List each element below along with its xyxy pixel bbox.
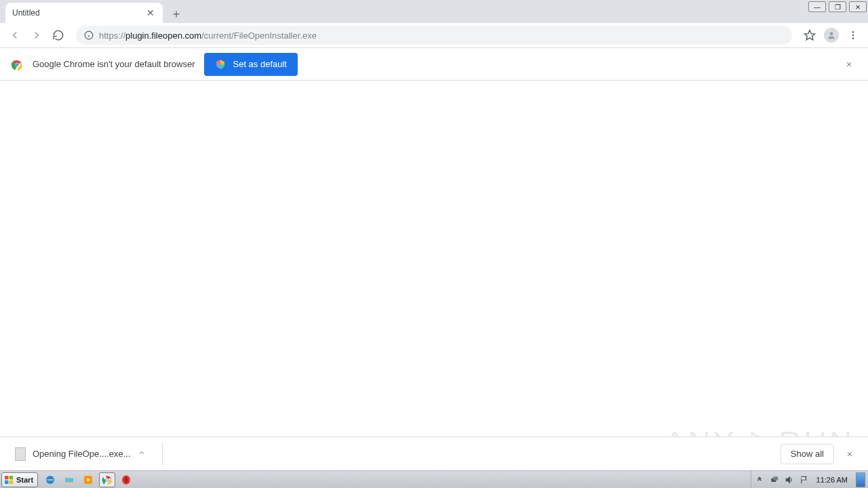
taskbar-chrome[interactable]: [99, 472, 115, 487]
chrome-logo-icon: [11, 58, 23, 70]
show-desktop-button[interactable]: [856, 472, 865, 487]
url-text: https://plugin.fileopen.com/current/File…: [99, 30, 317, 41]
svg-point-5: [852, 31, 854, 33]
window-controls: — ❐ ✕: [808, 1, 867, 12]
download-item[interactable]: Opening FileOpe....exe...: [8, 442, 163, 466]
url-path: /current/FileOpenInstaller.exe: [201, 30, 317, 41]
chevron-up-icon[interactable]: [138, 449, 146, 459]
page-content: [0, 81, 868, 436]
download-filename: Opening FileOpe....exe...: [33, 449, 131, 459]
svg-point-4: [830, 32, 833, 35]
browser-tab[interactable]: Untitled ✕: [5, 3, 163, 23]
tab-title: Untitled: [12, 8, 145, 18]
taskbar-clock[interactable]: 11:26 AM: [814, 476, 850, 484]
tab-strip: Untitled ✕ ＋ — ❐ ✕: [0, 0, 868, 23]
avatar-icon: [824, 28, 839, 43]
svg-point-17: [106, 479, 108, 481]
svg-rect-21: [773, 476, 778, 480]
address-bar[interactable]: https://plugin.fileopen.com/current/File…: [76, 26, 792, 45]
forward-button[interactable]: [27, 26, 46, 45]
back-button[interactable]: [5, 26, 24, 45]
svg-point-19: [124, 476, 127, 483]
windows-taskbar: Start: [0, 470, 868, 488]
svg-point-6: [852, 35, 854, 37]
url-scheme: https://: [99, 30, 125, 41]
maximize-button[interactable]: ❐: [829, 1, 846, 12]
svg-marker-3: [805, 30, 815, 40]
taskbar-items: [42, 472, 134, 487]
set-default-label: Set as default: [233, 59, 287, 69]
start-label: Start: [16, 476, 33, 484]
site-info-icon[interactable]: [84, 30, 94, 40]
infobar-close-button[interactable]: [841, 56, 857, 73]
bookmark-button[interactable]: [800, 26, 819, 45]
tray-flag-icon[interactable]: [799, 474, 810, 485]
tray-expand-icon[interactable]: [754, 474, 765, 485]
svg-point-7: [852, 37, 854, 39]
new-tab-button[interactable]: ＋: [167, 4, 186, 23]
download-shelf: Opening FileOpe....exe... Show all: [0, 436, 868, 470]
reload-button[interactable]: [49, 26, 68, 45]
tray-network-icon[interactable]: [769, 474, 780, 485]
taskbar-media[interactable]: [80, 472, 96, 487]
set-default-button[interactable]: Set as default: [204, 53, 298, 76]
download-shelf-close-button[interactable]: [840, 444, 860, 464]
url-host: plugin.fileopen.com: [125, 30, 201, 41]
windows-logo-icon: [3, 474, 14, 485]
start-button[interactable]: Start: [1, 472, 38, 487]
system-tray: 11:26 AM: [751, 471, 868, 488]
close-tab-icon[interactable]: ✕: [145, 7, 156, 18]
taskbar-opera[interactable]: [118, 472, 134, 487]
show-all-downloads-button[interactable]: Show all: [781, 444, 834, 464]
taskbar-explorer[interactable]: [61, 472, 77, 487]
chrome-menu-button[interactable]: [844, 26, 863, 45]
minimize-button[interactable]: —: [808, 1, 826, 12]
close-window-button[interactable]: ✕: [849, 1, 867, 12]
infobar-message: Google Chrome isn't your default browser: [33, 59, 195, 69]
taskbar-ie[interactable]: [42, 472, 58, 487]
file-icon: [15, 447, 26, 461]
browser-toolbar: https://plugin.fileopen.com/current/File…: [0, 23, 868, 48]
svg-point-10: [16, 63, 18, 66]
tray-volume-icon[interactable]: [784, 474, 795, 485]
default-browser-infobar: Google Chrome isn't your default browser…: [0, 48, 868, 81]
profile-button[interactable]: [822, 26, 841, 45]
shield-icon: [215, 59, 226, 70]
